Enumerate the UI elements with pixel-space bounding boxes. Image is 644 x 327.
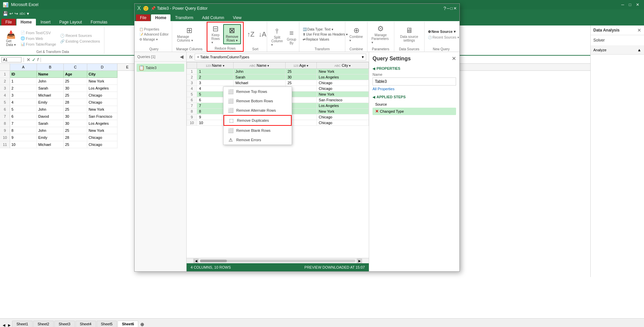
sheet-tab-5[interactable]: Sheet5 [97,321,117,327]
pq-table-cell[interactable]: Chicago [316,120,368,126]
pq-table-cell[interactable]: Los Angeles [316,74,368,80]
table-cell[interactable]: 7 [10,120,37,127]
close-button[interactable]: ✕ [634,2,641,8]
table-cell[interactable]: Los Angeles [87,85,117,92]
tab-insert[interactable]: Insert [37,19,55,25]
pq-table-cell[interactable]: New York [316,109,368,114]
pq-table-cell[interactable]: Chicago [316,86,368,92]
table-cell[interactable]: Los Angeles [87,120,117,127]
existing-connections-btn[interactable]: 🔗Existing Connections [59,39,101,44]
table-cell[interactable]: 25 [64,106,87,113]
qs-step-changed-type[interactable]: ✕ Changed Type [373,108,456,115]
pq-scroll-left-btn[interactable]: ◀ [193,259,199,263]
table-cell[interactable]: John [37,127,64,134]
pq-manage-btn[interactable]: ⚙Manage ▾ [138,37,170,42]
pq-minimize-btn[interactable]: ─ [447,6,450,11]
maximize-button[interactable]: □ [627,2,633,8]
pq-tab-transform[interactable]: Transform [171,14,197,21]
table-cell[interactable]: 10 [10,141,37,148]
col-header-a[interactable]: A [10,64,37,70]
table-cell[interactable]: 28 [64,134,87,141]
pq-table-row[interactable]: 22Sarah30Los Angeles [187,74,369,80]
pq-combine-btn[interactable]: ⊕ Combine ▾ [347,25,365,44]
pq-table-cell[interactable]: 2 [197,74,234,80]
save-quick-btn[interactable]: 💾 [3,11,8,16]
cell-d1[interactable]: City [87,71,117,78]
pq-horizontal-scrollbar[interactable]: ◀ ▶ [187,258,369,263]
pq-close-btn[interactable]: ✕ [453,6,457,11]
sheet-tab-1[interactable]: Sheet1 [12,321,33,327]
qs-step-x-btn[interactable]: ✕ [375,109,379,114]
pq-th-city-sort-btn[interactable]: ▾ [349,64,351,67]
table-cell[interactable]: San Francisco [87,113,117,120]
pq-scroll-right-btn[interactable]: ▶ [357,259,362,263]
table-cell[interactable]: Michael [37,92,64,99]
tab-page-layout[interactable]: Page Layout [55,19,86,25]
pq-query-item-table3[interactable]: 📋 Table3 [137,64,184,72]
table-cell[interactable]: New York [87,78,117,85]
table-cell[interactable]: Emily [37,134,64,141]
col-header-c[interactable]: C [64,64,87,70]
cell-c1[interactable]: Age [64,71,87,78]
pq-group-by-btn[interactable]: ≡ Group By [285,28,298,46]
pq-keep-rows-btn[interactable]: ⊟ Keep Rows ▾ [209,23,222,46]
pq-advanced-editor-btn[interactable]: 📝Advanced Editor [138,32,170,37]
dropdown-item-remove-bottom[interactable]: ⬜ Remove Bottom Rows [224,96,292,106]
table-cell[interactable]: 28 [64,99,87,106]
pq-th-name[interactable]: ABC Name ▾ [233,62,285,69]
pq-table-cell[interactable]: 30 [285,74,316,80]
pq-th-age-sort-btn[interactable]: ▾ [307,64,308,67]
table-cell[interactable]: Chicago [87,92,117,99]
pq-recent-sources-ribbon-btn[interactable]: 🕐Recent Sources ▾ [427,35,456,40]
table-cell[interactable]: Emily [37,99,64,106]
minimize-button[interactable]: ─ [619,2,626,8]
pq-table-cell[interactable]: Los Angeles [316,103,368,109]
table-cell[interactable]: 30 [64,85,87,92]
table-cell[interactable]: 25 [64,78,87,85]
pq-tab-add-column[interactable]: Add Column [198,14,228,21]
pq-table-cell[interactable]: 3 [197,80,234,86]
pq-collapse-queries-btn[interactable]: ◀ [180,54,184,59]
from-text-csv-btn[interactable]: 📄From Text/CSV [19,30,57,35]
cell-b1[interactable]: Name [37,71,64,78]
pq-table-cell[interactable]: Michael [233,80,285,86]
pq-formula-dropdown-btn[interactable]: ▾ [362,55,364,59]
pq-manage-columns-btn[interactable]: ⊞ Manage Columns ▾ [174,25,204,44]
table-cell[interactable]: 2 [10,85,37,92]
table-cell[interactable]: Chicago [87,141,117,148]
taskpane-close-btn[interactable]: ✕ [637,28,641,33]
prev-sheet-btn[interactable]: ◀ [1,323,7,327]
table-cell[interactable]: New York [87,106,117,113]
pq-sort-asc-btn[interactable]: ↑Z [246,29,256,40]
table-cell[interactable]: 30 [64,120,87,127]
table-cell[interactable]: 25 [64,127,87,134]
dropdown-item-remove-top[interactable]: ⬜ Remove Top Rows [224,87,292,96]
pq-data-type-btn[interactable]: 🔤Data Type: Text ▾ [301,27,343,32]
pq-table-cell[interactable]: Chicago [316,114,368,120]
table-cell[interactable]: 9 [10,134,37,141]
pq-table-cell[interactable]: 25 [285,69,316,74]
pq-table-cell[interactable]: 25 [285,80,316,86]
redo-quick-btn[interactable]: ↪ [14,11,18,16]
pq-table-cell[interactable]: San Francisco [316,97,368,103]
pq-th-city[interactable]: ABC City ▾ [316,62,368,69]
dropdown-item-remove-blank[interactable]: ⬜ Remove Blank Rows [224,126,292,135]
table-cell[interactable]: 30 [64,113,87,120]
cancel-formula-btn[interactable]: ✕ [27,57,31,62]
confirm-formula-btn[interactable]: ✓ [32,57,36,62]
table-cell[interactable]: Sarah [37,120,64,127]
table-cell[interactable]: 4 [10,99,37,106]
pq-maximize-btn[interactable]: □ [450,6,453,11]
add-sheet-btn[interactable]: ⊕ [139,322,146,327]
table-cell[interactable]: Sarah [37,85,64,92]
pq-tab-view[interactable]: View [229,14,246,21]
pq-properties-btn[interactable]: 📋Properties [138,27,170,32]
tab-formulas[interactable]: Formulas [87,19,111,25]
pq-table-cell[interactable]: New York [316,92,368,97]
recent-sources-btn[interactable]: 🕐Recent Sources [59,33,101,38]
pq-pin-btn[interactable]: 📌 [151,6,156,11]
qs-close-btn[interactable]: ✕ [452,55,456,62]
undo-quick-btn[interactable]: ↩ [9,11,13,16]
table-cell[interactable]: Chicago [87,134,117,141]
pq-th-name-sort-btn[interactable]: ▾ [267,64,269,67]
